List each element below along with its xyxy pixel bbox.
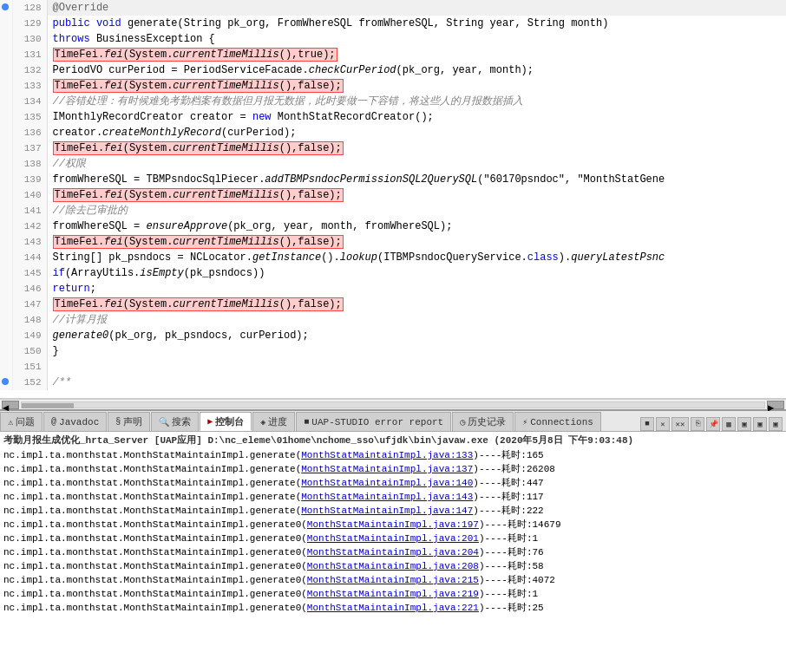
tab-label: Connections	[530, 417, 593, 427]
toolbar-layout1-btn[interactable]: ▦	[722, 417, 736, 431]
line-bookmark	[0, 265, 12, 281]
tab-item[interactable]: ◷历史记录	[452, 412, 514, 431]
console-line: nc.impl.ta.monthstat.MonthStatMaintainIm…	[3, 490, 783, 504]
console-line-link[interactable]: MonthStatMaintainImpl.java:143	[301, 492, 473, 502]
line-number: 129	[12, 16, 47, 31]
code-line: 128 @Override	[0, 0, 786, 16]
tab-label: 进度	[268, 415, 287, 428]
console-line-suffix: )----耗时:1	[479, 533, 538, 544]
toolbar-pin-btn[interactable]: 📌	[706, 417, 720, 431]
tab-icon: ⚡	[522, 417, 527, 427]
scroll-track[interactable]	[21, 401, 765, 408]
tab-bar: ⚠问题@Javadoc§声明🔍搜索▶控制台◈进度■UAP-STUDIO erro…	[0, 411, 786, 432]
tab-icon: §	[115, 417, 121, 427]
tab-item[interactable]: §声明	[108, 412, 150, 431]
console-line-link[interactable]: MonthStatMaintainImpl.java:208	[307, 561, 479, 571]
code-line: 134 //容错处理：有时候难免考勤档案有数据但月报无数据，此时要做一下容错，将…	[0, 94, 786, 109]
line-number: 146	[12, 281, 47, 297]
code-content: fromWhereSQL = ensureApprove(pk_org, yea…	[47, 219, 786, 234]
tab-bar-right: ■ ✕ ✕✕ ⎘ 📌 ▦ ▣ ▣ ▣	[637, 417, 786, 431]
line-number: 143	[12, 234, 47, 250]
tab-item[interactable]: ◈进度	[252, 412, 295, 431]
console-line-suffix: )----耗时:447	[473, 478, 543, 488]
console-line-link[interactable]: MonthStatMaintainImpl.java:147	[301, 506, 473, 516]
code-content: //除去已审批的	[47, 203, 786, 219]
line-bookmark	[0, 281, 12, 297]
code-content: return;	[47, 281, 786, 297]
console-line: nc.impl.ta.monthstat.MonthStatMaintainIm…	[3, 532, 783, 545]
code-line: 147 TimeFei.fei(System.currentTimeMillis…	[0, 297, 786, 312]
console-line-suffix: )----耗时:222	[473, 506, 543, 516]
line-bookmark	[0, 125, 12, 140]
line-number: 139	[12, 172, 47, 187]
line-number: 141	[12, 203, 47, 219]
console-line-link[interactable]: MonthStatMaintainImpl.java:219	[307, 589, 479, 599]
code-line: 132 PeriodVO curPeriod = PeriodServiceFa…	[0, 62, 786, 78]
line-bookmark	[0, 47, 12, 62]
console-line-prefix: nc.impl.ta.monthstat.MonthStatMaintainIm…	[3, 547, 307, 558]
toolbar-layout3-btn[interactable]: ▣	[753, 417, 767, 431]
console-lines: nc.impl.ta.monthstat.MonthStatMaintainIm…	[3, 448, 783, 615]
console-line: nc.impl.ta.monthstat.MonthStatMaintainIm…	[3, 545, 783, 559]
console-line-suffix: )----耗时:14679	[479, 519, 561, 530]
line-number: 148	[12, 312, 47, 328]
console-line: nc.impl.ta.monthstat.MonthStatMaintainIm…	[3, 504, 783, 518]
tab-label: 控制台	[215, 415, 244, 428]
code-content: //计算月报	[47, 312, 786, 328]
console-line-link[interactable]: MonthStatMaintainImpl.java:221	[307, 603, 479, 613]
line-bookmark	[0, 343, 12, 359]
toolbar-layout2-btn[interactable]: ▣	[737, 417, 751, 431]
console-line-suffix: )----耗时:76	[479, 547, 544, 558]
console-line: nc.impl.ta.monthstat.MonthStatMaintainIm…	[3, 476, 783, 490]
code-line: 139 fromWhereSQL = TBMPsndocSqlPiecer.ad…	[0, 172, 786, 187]
console-line-suffix: )----耗时:4072	[479, 575, 555, 585]
tab-label: 搜索	[172, 415, 191, 428]
line-number: 135	[12, 109, 47, 125]
line-bookmark	[0, 156, 12, 172]
code-content: TimeFei.fei(System.currentTimeMillis(),f…	[47, 187, 786, 203]
line-bookmark	[0, 140, 12, 156]
scroll-thumb[interactable]	[22, 403, 74, 408]
tab-item[interactable]: ■UAP-STUDIO error report	[296, 412, 451, 431]
code-content: TimeFei.fei(System.currentTimeMillis(),f…	[47, 297, 786, 312]
console-line-prefix: nc.impl.ta.monthstat.MonthStatMaintainIm…	[3, 589, 307, 599]
code-line: 136 creator.createMonthlyRecord(curPerio…	[0, 125, 786, 140]
code-line: 145 if(ArrayUtils.isEmpty(pk_psndocs))	[0, 265, 786, 281]
tab-item[interactable]: ⚡Connections	[514, 412, 601, 431]
code-content: @Override	[47, 0, 786, 16]
toolbar-terminate-btn[interactable]: ✕	[656, 417, 670, 431]
tab-item[interactable]: @Javadoc	[43, 412, 107, 431]
code-line: 149 generate0(pk_org, pk_psndocs, curPer…	[0, 328, 786, 343]
horizontal-scrollbar[interactable]: ◀ ▶	[0, 399, 786, 411]
scroll-right-btn[interactable]: ▶	[767, 401, 784, 409]
line-bookmark	[0, 312, 12, 328]
console-line-link[interactable]: MonthStatMaintainImpl.java:197	[307, 519, 479, 530]
tab-item[interactable]: 🔍搜索	[151, 412, 199, 431]
console-line-suffix: )----耗时:165	[473, 450, 543, 460]
toolbar-stop-btn[interactable]: ■	[640, 417, 654, 431]
console-line-link[interactable]: MonthStatMaintainImpl.java:204	[307, 547, 479, 558]
code-content: //容错处理：有时候难免考勤档案有数据但月报无数据，此时要做一下容错，将这些人的…	[47, 94, 786, 109]
console-line-link[interactable]: MonthStatMaintainImpl.java:133	[301, 450, 473, 460]
line-number: 147	[12, 297, 47, 312]
toolbar-copy-btn[interactable]: ⎘	[691, 417, 704, 431]
scroll-left-btn[interactable]: ◀	[2, 401, 19, 409]
console-line-link[interactable]: MonthStatMaintainImpl.java:215	[307, 575, 479, 585]
toolbar-close-all-btn[interactable]: ✕✕	[671, 417, 689, 431]
tab-item[interactable]: ▶控制台	[200, 412, 252, 431]
tab-icon: ▶	[207, 416, 213, 427]
code-content: if(ArrayUtils.isEmpty(pk_psndocs))	[47, 265, 786, 281]
code-line: 137 TimeFei.fei(System.currentTimeMillis…	[0, 140, 786, 156]
console-line-link[interactable]: MonthStatMaintainImpl.java:137	[301, 464, 473, 474]
toolbar-layout4-btn[interactable]: ▣	[769, 417, 783, 431]
code-line: 143 TimeFei.fei(System.currentTimeMillis…	[0, 234, 786, 250]
console-line-prefix: nc.impl.ta.monthstat.MonthStatMaintainIm…	[3, 464, 301, 474]
line-number: 151	[12, 359, 47, 375]
line-bookmark	[0, 0, 12, 16]
console-line-link[interactable]: MonthStatMaintainImpl.java:140	[301, 478, 473, 488]
line-bookmark	[0, 109, 12, 125]
line-bookmark	[0, 250, 12, 265]
tab-item[interactable]: ⚠问题	[0, 412, 43, 431]
console-line-link[interactable]: MonthStatMaintainImpl.java:201	[307, 533, 479, 544]
line-bookmark	[0, 297, 12, 312]
